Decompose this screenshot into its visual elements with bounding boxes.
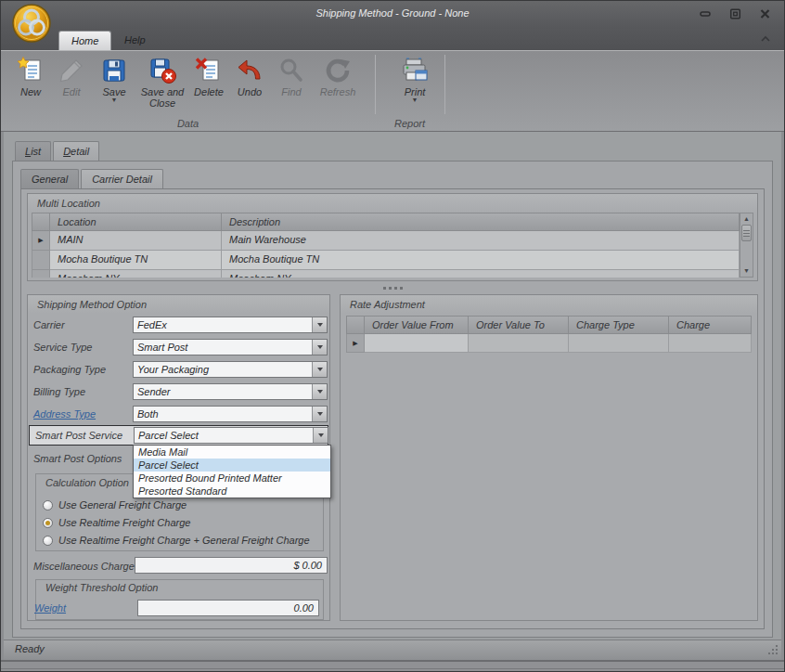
radio-use-general-freight-charge[interactable]: Use General Freight Charge: [43, 498, 187, 512]
chevron-down-icon[interactable]: [312, 407, 327, 421]
table-row[interactable]: Meacham NY Meacham NY: [32, 270, 740, 278]
vertical-scrollbar[interactable]: ▲ ▼: [740, 213, 753, 278]
dropdown-item[interactable]: Presorted Bound Printed Matter: [134, 472, 330, 485]
chevron-down-icon[interactable]: [312, 384, 327, 399]
radio-use-realtime-freight-charge[interactable]: Use Realtime Freight Charge: [43, 515, 190, 530]
row-indicator-header: [346, 316, 365, 334]
save-and-close-button[interactable]: Save and Close: [136, 54, 188, 109]
print-dropdown-arrow-icon[interactable]: ▼: [412, 97, 418, 103]
table-row[interactable]: Mocha Boutique TN Mocha Boutique TN: [32, 251, 740, 270]
minimize-button[interactable]: [699, 8, 712, 19]
address-type-combobox[interactable]: Both: [133, 406, 328, 422]
column-header-location[interactable]: Location: [50, 213, 222, 231]
save-and-close-button-label: Save and Close: [136, 86, 188, 109]
chevron-down-icon[interactable]: [312, 317, 327, 332]
row-indicator-header: [32, 213, 50, 231]
billing-type-combobox[interactable]: Sender: [133, 383, 328, 400]
detail-panel: General Carrier Detail Multi Location Lo…: [12, 161, 773, 638]
column-header-order-value-to[interactable]: Order Value To: [469, 316, 569, 334]
restore-button[interactable]: [728, 8, 741, 19]
column-header-charge-type[interactable]: Charge Type: [569, 316, 669, 334]
new-document-icon: [16, 56, 45, 85]
tab-detail[interactable]: Detail: [53, 141, 99, 161]
refresh-button: Refresh: [313, 54, 363, 97]
radio-icon[interactable]: [43, 536, 53, 546]
tab-general[interactable]: General: [20, 169, 79, 188]
miscellaneous-charge-label: Miscellaneous Charge: [33, 557, 135, 575]
save-dropdown-arrow-icon[interactable]: ▼: [111, 97, 118, 103]
weight-threshold-title: Weight Threshold Option: [36, 580, 323, 595]
smart-post-service-combobox[interactable]: Parcel Select: [134, 427, 328, 444]
rate-adjustment-groupbox: Rate Adjustment Order Value From Order V…: [340, 294, 758, 621]
undo-button-label: Undo: [238, 86, 262, 97]
weight-field[interactable]: 0.00: [137, 600, 319, 616]
packaging-type-combobox[interactable]: Your Packaging: [133, 361, 328, 378]
save-button[interactable]: Save ▼: [92, 54, 136, 103]
column-header-description[interactable]: Description: [222, 213, 740, 231]
window-title: Shipping Method - Ground - None: [1, 7, 784, 19]
delete-button-label: Delete: [194, 86, 224, 97]
carrier-label: Carrier: [33, 316, 65, 334]
ribbon-group-report-label: Report: [375, 117, 444, 130]
status-bar: Ready: [4, 640, 781, 660]
status-text: Ready: [15, 643, 45, 654]
scrollbar-thumb[interactable]: [741, 225, 752, 241]
tab-list[interactable]: List: [15, 141, 51, 161]
billing-type-label: Billing Type: [33, 382, 85, 401]
ribbon-group-data-label: Data: [1, 117, 375, 130]
application-window: Shipping Method - Ground - None Home Hel…: [0, 0, 785, 672]
ribbon-tab-help[interactable]: Help: [112, 31, 158, 50]
chevron-down-icon[interactable]: [313, 428, 328, 443]
save-icon: [99, 56, 129, 85]
current-row-indicator-icon: ▶: [32, 231, 50, 251]
weight-link[interactable]: Weight: [34, 599, 66, 617]
application-icon[interactable]: [11, 3, 52, 44]
delete-icon: [194, 56, 224, 85]
radio-icon[interactable]: [43, 500, 53, 510]
chevron-down-icon[interactable]: [312, 362, 327, 377]
table-row[interactable]: ▶: [346, 334, 752, 353]
close-button[interactable]: [758, 8, 771, 19]
edit-button-label: Edit: [63, 86, 81, 97]
dropdown-item-selected[interactable]: Parcel Select: [134, 459, 330, 472]
scroll-down-icon[interactable]: ▼: [740, 265, 753, 277]
ribbon-group-separator: [375, 55, 376, 114]
current-row-indicator-icon: ▶: [346, 334, 365, 353]
miscellaneous-charge-field[interactable]: $ 0.00: [135, 557, 328, 574]
smart-post-service-row-focused: Smart Post Service Parcel Select: [29, 425, 328, 446]
service-type-combobox[interactable]: Smart Post: [133, 339, 328, 355]
pencil-icon: [57, 56, 86, 85]
print-icon: [400, 56, 430, 85]
ribbon-collapse-chevron-icon[interactable]: [759, 33, 772, 45]
title-bar[interactable]: Shipping Method - Ground - None: [1, 1, 784, 29]
carrier-combobox[interactable]: FedEx: [133, 317, 328, 333]
delete-button[interactable]: Delete: [188, 54, 229, 97]
chevron-down-icon[interactable]: [312, 340, 327, 355]
resize-grip[interactable]: [767, 644, 779, 657]
column-header-order-value-from[interactable]: Order Value From: [365, 316, 469, 334]
grid-cell-focused[interactable]: [365, 334, 469, 353]
ribbon-tab-home[interactable]: Home: [58, 31, 111, 50]
radio-use-realtime-plus-general[interactable]: Use Realtime Freight Charge + General Fr…: [43, 533, 310, 548]
horizontal-splitter[interactable]: [27, 281, 758, 294]
search-icon: [277, 56, 306, 85]
dropdown-item[interactable]: Media Mail: [134, 446, 330, 459]
tab-carrier-detail[interactable]: Carrier Detail: [81, 169, 163, 188]
multi-location-title: Multi Location: [28, 194, 757, 213]
rate-adjustment-title: Rate Adjustment: [341, 295, 757, 314]
column-header-charge[interactable]: Charge: [669, 316, 752, 334]
content-frame: List Detail General Carrier Detail Multi…: [1, 132, 784, 660]
find-button: Find: [270, 54, 313, 97]
save-and-close-icon: [148, 56, 177, 85]
new-button[interactable]: New: [10, 54, 51, 97]
shipping-method-option-title: Shipping Method Option: [28, 295, 329, 314]
table-row[interactable]: ▶ MAIN Main Warehouse: [32, 231, 740, 251]
address-type-link[interactable]: Address Type: [33, 405, 96, 423]
print-button[interactable]: Print ▼: [387, 54, 443, 103]
radio-selected-icon[interactable]: [43, 518, 53, 528]
multi-location-grid: Location Description ▶ MAIN Main Warehou…: [32, 213, 740, 278]
scroll-up-icon[interactable]: ▲: [740, 213, 753, 225]
shipping-method-option-groupbox: Shipping Method Option Carrier FedEx Ser…: [27, 294, 330, 621]
undo-button[interactable]: Undo: [229, 54, 270, 97]
dropdown-item[interactable]: Presorted Standard: [134, 485, 330, 498]
